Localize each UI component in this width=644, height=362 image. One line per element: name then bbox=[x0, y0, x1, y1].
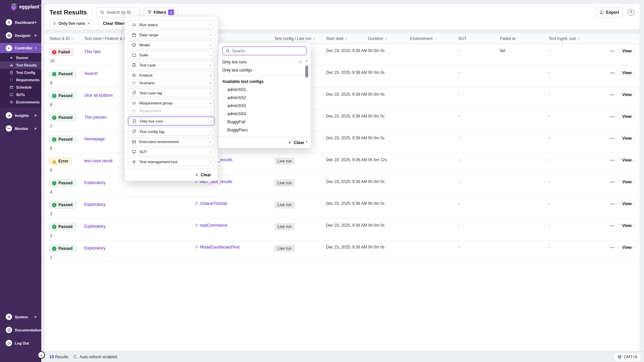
test-case-link[interactable]: Exploratory bbox=[84, 202, 105, 207]
filter-menu-item-date-range[interactable]: Date range› bbox=[128, 31, 214, 39]
more-actions-button[interactable]: ⋯ bbox=[610, 245, 615, 250]
test-case-link[interactable]: test case result bbox=[84, 159, 112, 163]
sidebar-item-runner[interactable]: Runner bbox=[0, 54, 41, 61]
filter-menu-item-execution-environment[interactable]: Execution environment› bbox=[128, 138, 214, 145]
sidebar-item-monitor[interactable]: Monitor▶ bbox=[0, 122, 41, 135]
sidebar-item-test-config[interactable]: Test Config bbox=[0, 69, 41, 76]
more-actions-button[interactable]: ⋯ bbox=[610, 70, 615, 76]
help-button[interactable]: ? bbox=[628, 9, 634, 16]
view-button[interactable]: View› bbox=[622, 49, 634, 53]
view-button[interactable]: View› bbox=[622, 92, 634, 97]
sidebar-item-environments[interactable]: Environments bbox=[0, 98, 41, 106]
sidebar-collapse-button[interactable]: ‹ bbox=[38, 351, 45, 359]
sidebar-item-system[interactable]: System▶ bbox=[0, 310, 41, 323]
filter-menu-item-only-live-runs[interactable]: Only live runs› bbox=[129, 117, 214, 125]
filters-button[interactable]: Filters 1 bbox=[144, 7, 178, 17]
export-button[interactable]: Export bbox=[596, 7, 623, 17]
test-config-item-buggypass[interactable]: BuggyPass bbox=[222, 126, 302, 134]
more-actions-button[interactable]: ⋯ bbox=[610, 48, 615, 54]
test-case-link[interactable]: Homepage bbox=[84, 137, 105, 141]
sort-icon[interactable]: ↑↓ bbox=[434, 37, 436, 40]
sort-icon[interactable]: ↑↓ bbox=[313, 37, 315, 40]
table-row[interactable]: ✓ Passed 1 Exploratory ModelDashboardTes… bbox=[45, 240, 640, 262]
close-icon[interactable]: ✕ bbox=[87, 21, 90, 26]
sidebar-item-insights[interactable]: Insights▶ bbox=[0, 109, 41, 122]
sidebar-item-requirements[interactable]: Requirements bbox=[0, 76, 41, 84]
column-header-test-config-live-run[interactable]: Test config / Live run↑↓ bbox=[274, 36, 326, 41]
test-config-item-adminss2[interactable]: adminSS2 bbox=[222, 94, 302, 102]
test-config-item-adminss1[interactable]: adminSS1 bbox=[222, 86, 302, 94]
more-actions-button[interactable]: ⋯ bbox=[610, 92, 615, 97]
config-clear-button[interactable]: ✕ Clear bbox=[218, 136, 311, 149]
config-option-only-live-runs[interactable]: Only live runs✓ bbox=[222, 58, 302, 66]
sidebar-item-schedule[interactable]: Schedule bbox=[0, 84, 41, 91]
view-button[interactable]: View› bbox=[622, 114, 634, 119]
test-case-link[interactable]: click all buttons bbox=[84, 93, 113, 98]
test-case-link[interactable]: Exploratory bbox=[84, 224, 105, 229]
more-actions-button[interactable]: ⋯ bbox=[610, 114, 615, 119]
suite-link[interactable]: nopCommerce bbox=[200, 223, 227, 228]
sort-icon[interactable]: ↑↓ bbox=[384, 37, 387, 40]
filter-menu-item-feature[interactable]: Feature› bbox=[128, 71, 214, 79]
filter-menu-item-suite[interactable]: Suite› bbox=[128, 51, 214, 59]
test-case-link[interactable]: This passes bbox=[84, 115, 107, 120]
sidebar-item-log-out[interactable]: Log Out bbox=[0, 336, 41, 350]
filter-menu-item-test-management-tool[interactable]: Test management tool› bbox=[128, 158, 214, 166]
sidebar-item-documentation[interactable]: Documentation bbox=[0, 323, 41, 336]
config-search-field[interactable] bbox=[232, 49, 304, 53]
column-header-start-date[interactable]: Start date↑↓ bbox=[326, 36, 368, 41]
view-button[interactable]: View› bbox=[622, 136, 634, 141]
test-config-item-buggyfail[interactable]: BuggyFail bbox=[222, 118, 302, 126]
filter-menu-item-run-status[interactable]: Run status› bbox=[128, 21, 214, 29]
table-row[interactable]: ✓ Passed 3 Exploratory UniqueTutorial Li… bbox=[45, 197, 640, 219]
view-button[interactable]: View› bbox=[622, 71, 634, 75]
table-row[interactable]: ✓ Passed 2 Exploratory nopCommerce Live … bbox=[45, 219, 640, 240]
scroll-down-icon[interactable]: ▼ bbox=[305, 140, 309, 143]
test-config-item-adminss4[interactable]: adminSS4 bbox=[222, 110, 302, 118]
more-actions-button[interactable]: ⋯ bbox=[610, 179, 615, 185]
filter-menu-item-scenario[interactable]: Scenario› bbox=[128, 79, 214, 87]
filter-menu-item-model[interactable]: Model› bbox=[128, 41, 214, 49]
test-case-link[interactable]: Exploratory bbox=[84, 180, 105, 185]
view-button[interactable]: View› bbox=[622, 180, 634, 184]
sort-icon[interactable]: ↑↓ bbox=[345, 37, 347, 40]
more-actions-button[interactable]: ⋯ bbox=[610, 223, 615, 228]
column-header-test-mgmt-tool[interactable]: Test mgmt. tool↑↓ bbox=[549, 36, 606, 41]
more-actions-button[interactable]: ⋯ bbox=[610, 136, 615, 141]
filter-menu-item-sut[interactable]: SUT› bbox=[128, 148, 214, 155]
scrollbar-thumb[interactable] bbox=[305, 65, 308, 78]
filter-menu-item-test-case-tag[interactable]: Test case tag› bbox=[128, 89, 214, 97]
test-case-link[interactable]: This fails bbox=[84, 49, 101, 54]
column-header-environment[interactable]: Environment↑↓ bbox=[410, 36, 458, 41]
sidebar-item-dashboard[interactable]: Dashboard▶ bbox=[0, 16, 41, 29]
sidebar-item-test-results[interactable]: Test Results bbox=[0, 61, 41, 69]
view-button[interactable]: View› bbox=[622, 223, 634, 228]
timezone-selector[interactable]: GMT+8 bbox=[614, 353, 641, 361]
config-search-input[interactable] bbox=[222, 46, 307, 55]
sort-icon[interactable]: ↑↓ bbox=[71, 37, 74, 40]
filter-menu-item-test-case[interactable]: Test case› bbox=[128, 61, 214, 69]
more-actions-button[interactable]: ⋯ bbox=[610, 201, 615, 207]
column-header-duration[interactable]: Duration↑↓ bbox=[368, 36, 410, 41]
filter-menu-item-requirement-group[interactable]: Requirement group› bbox=[128, 99, 214, 107]
test-config-item-adminss3[interactable]: adminSS3 bbox=[222, 102, 302, 110]
suite-link[interactable]: UniqueTutorial bbox=[200, 201, 227, 206]
sidebar-item-suts[interactable]: SUTs bbox=[0, 91, 41, 98]
test-case-link[interactable]: Exploratory bbox=[84, 246, 105, 251]
filter-menu-clear-button[interactable]: ✕Clear bbox=[125, 168, 218, 181]
scrollbar[interactable]: ▲ ▼ bbox=[305, 58, 309, 144]
filter-chip-only-live-runs[interactable]: Only live runs ✕ bbox=[49, 19, 93, 28]
more-actions-button[interactable]: ⋯ bbox=[610, 157, 615, 163]
clear-filters-button[interactable]: Clear filters bbox=[103, 21, 126, 26]
view-button[interactable]: View› bbox=[622, 201, 634, 206]
sort-icon[interactable]: ↑↓ bbox=[577, 37, 580, 40]
sidebar-item-designer[interactable]: Designer▶ bbox=[0, 29, 41, 42]
view-button[interactable]: View› bbox=[622, 245, 634, 250]
search-by-id-input[interactable]: Search by ID bbox=[97, 7, 140, 17]
test-case-link[interactable]: Search bbox=[84, 71, 98, 76]
eggplant-logo[interactable]: eggplant™ bbox=[10, 3, 41, 11]
column-header-status-id[interactable]: Status & ID↑↓ bbox=[49, 36, 84, 41]
view-button[interactable]: View› bbox=[622, 158, 634, 163]
sidebar-item-controller[interactable]: Controller ▼ bbox=[0, 43, 41, 53]
config-option-only-test-configs[interactable]: Only test configs bbox=[222, 66, 302, 74]
